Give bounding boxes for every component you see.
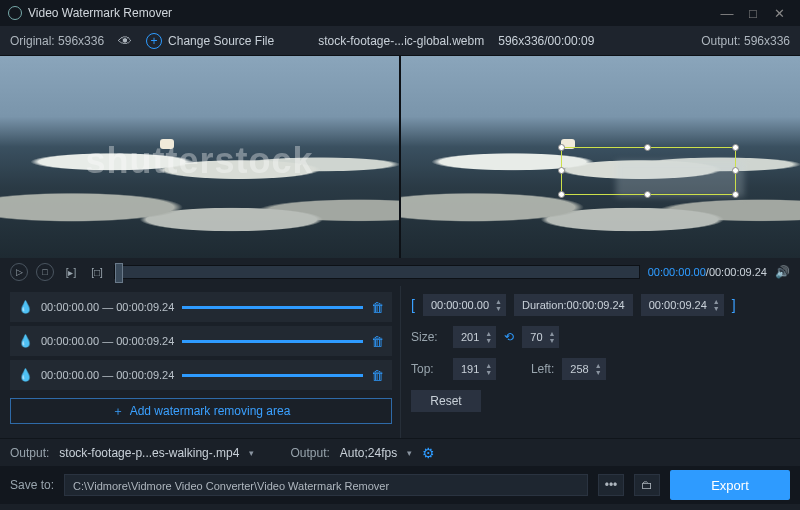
delete-area-icon[interactable]: 🗑 xyxy=(371,334,384,349)
add-area-label: Add watermark removing area xyxy=(130,404,291,418)
bracket-right-icon[interactable]: ] xyxy=(732,297,736,313)
handle-tl[interactable] xyxy=(558,144,565,151)
droplet-icon: 💧 xyxy=(18,368,33,382)
add-area-button[interactable]: ＋ Add watermark removing area xyxy=(10,398,392,424)
open-folder-button[interactable]: 🗀 xyxy=(634,474,660,496)
end-time-stepper[interactable]: 00:00:09.24▲▼ xyxy=(641,294,724,316)
area-bar[interactable] xyxy=(182,374,363,377)
export-button[interactable]: Export xyxy=(670,470,790,500)
duration-box: Duration:00:00:09.24 xyxy=(514,294,633,316)
left-stepper[interactable]: 258▲▼ xyxy=(562,358,605,380)
handle-tr[interactable] xyxy=(732,144,739,151)
output-settings-icon[interactable]: ⚙ xyxy=(422,445,435,461)
titlebar: Video Watermark Remover ― □ ✕ xyxy=(0,0,800,26)
stop-button[interactable]: □ xyxy=(36,263,54,281)
properties-panel: [ 00:00:00.00▲▼ Duration:00:00:09.24 00:… xyxy=(400,286,800,438)
app-logo-icon xyxy=(8,6,22,20)
timeline-thumb[interactable] xyxy=(115,263,123,283)
output-file-label: Output: xyxy=(10,446,49,460)
droplet-icon: 💧 xyxy=(18,300,33,314)
source-fileinfo: 596x336/00:00:09 xyxy=(498,34,594,48)
bottom-panel: 💧 00:00:00.00 — 00:00:09.24 🗑 💧 00:00:00… xyxy=(0,286,800,438)
timeline[interactable] xyxy=(114,265,640,279)
handle-tm[interactable] xyxy=(644,144,651,151)
preview-toggle-icon[interactable]: 👁 xyxy=(118,33,132,49)
preview-original: shutterstock xyxy=(0,56,399,258)
plus-icon: ＋ xyxy=(112,403,124,420)
plus-circle-icon: + xyxy=(146,33,162,49)
playback-bar: ▷ □ [▸] [□] 00:00:00.00/00:00:09.24 🔊 xyxy=(0,258,800,286)
app-title: Video Watermark Remover xyxy=(28,6,714,20)
area-row[interactable]: 💧 00:00:00.00 — 00:00:09.24 🗑 xyxy=(10,292,392,322)
total-time: 00:00:09.24 xyxy=(709,266,767,278)
position-row: Top: 191▲▼ Left: 258▲▼ xyxy=(411,358,790,380)
area-range: 00:00:00.00 — 00:00:09.24 xyxy=(41,301,174,313)
output-dim: Output: 596x336 xyxy=(701,34,790,48)
output-format-label: Output: xyxy=(290,446,329,460)
change-source-label: Change Source File xyxy=(168,34,274,48)
size-label: Size: xyxy=(411,330,445,344)
preview-container: shutterstock xyxy=(0,56,800,258)
handle-ml[interactable] xyxy=(558,167,565,174)
mark-out-button[interactable]: [□] xyxy=(88,263,106,281)
preview-result[interactable] xyxy=(401,56,800,258)
reset-row: Reset xyxy=(411,390,790,412)
source-filename: stock-footage-...ic-global.webm xyxy=(318,34,484,48)
mark-in-button[interactable]: [▸] xyxy=(62,263,80,281)
left-label: Left: xyxy=(514,362,554,376)
play-button[interactable]: ▷ xyxy=(10,263,28,281)
output-row: Output: stock-footage-p...es-walking-.mp… xyxy=(0,438,800,466)
area-bar[interactable] xyxy=(182,306,363,309)
close-button[interactable]: ✕ xyxy=(766,6,792,21)
area-range: 00:00:00.00 — 00:00:09.24 xyxy=(41,369,174,381)
delete-area-icon[interactable]: 🗑 xyxy=(371,300,384,315)
area-row[interactable]: 💧 00:00:00.00 — 00:00:09.24 🗑 xyxy=(10,360,392,390)
delete-area-icon[interactable]: 🗑 xyxy=(371,368,384,383)
original-label: Original: 596x336 xyxy=(10,34,104,48)
top-stepper[interactable]: 191▲▼ xyxy=(453,358,496,380)
start-time-stepper[interactable]: 00:00:00.00▲▼ xyxy=(423,294,506,316)
watermark-text: shutterstock xyxy=(85,140,313,182)
output-filename: stock-footage-p...es-walking-.mp4 xyxy=(59,446,239,460)
width-stepper[interactable]: 201▲▼ xyxy=(453,326,496,348)
save-row: Save to: C:\Vidmore\Vidmore Video Conver… xyxy=(0,466,800,504)
output-format-chevron-icon[interactable]: ▾ xyxy=(407,448,412,458)
output-format: Auto;24fps xyxy=(340,446,397,460)
area-bar[interactable] xyxy=(182,340,363,343)
minimize-button[interactable]: ― xyxy=(714,6,740,21)
browse-path-button[interactable]: ••• xyxy=(598,474,624,496)
selection-box[interactable] xyxy=(561,147,737,195)
reset-button[interactable]: Reset xyxy=(411,390,481,412)
save-to-label: Save to: xyxy=(10,478,54,492)
height-stepper[interactable]: 70▲▼ xyxy=(522,326,559,348)
save-path-input[interactable]: C:\Vidmore\Vidmore Video Converter\Video… xyxy=(64,474,588,496)
timing-row: [ 00:00:00.00▲▼ Duration:00:00:09.24 00:… xyxy=(411,294,790,316)
time-display: 00:00:00.00/00:00:09.24 xyxy=(648,266,767,278)
droplet-icon: 💧 xyxy=(18,334,33,348)
handle-bl[interactable] xyxy=(558,191,565,198)
change-source-button[interactable]: + Change Source File xyxy=(146,33,274,49)
current-time: 00:00:00.00 xyxy=(648,266,706,278)
top-label: Top: xyxy=(411,362,445,376)
volume-icon[interactable]: 🔊 xyxy=(775,265,790,279)
area-range: 00:00:00.00 — 00:00:09.24 xyxy=(41,335,174,347)
bracket-left-icon[interactable]: [ xyxy=(411,297,415,313)
info-bar: Original: 596x336 👁 + Change Source File… xyxy=(0,26,800,56)
output-file-chevron-icon[interactable]: ▾ xyxy=(249,448,254,458)
areas-panel: 💧 00:00:00.00 — 00:00:09.24 🗑 💧 00:00:00… xyxy=(0,286,400,438)
link-dims-icon[interactable]: ⟲ xyxy=(504,330,514,344)
size-row: Size: 201▲▼ ⟲ 70▲▼ xyxy=(411,326,790,348)
area-row[interactable]: 💧 00:00:00.00 — 00:00:09.24 🗑 xyxy=(10,326,392,356)
maximize-button[interactable]: □ xyxy=(740,6,766,21)
